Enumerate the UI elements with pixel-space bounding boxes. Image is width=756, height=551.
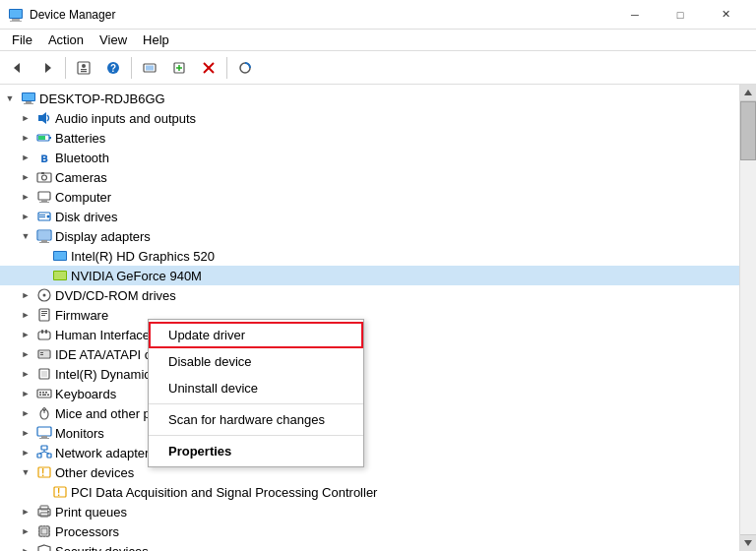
tree-monitors[interactable]: ► Monitors — [0, 423, 739, 443]
svg-rect-67 — [42, 395, 46, 397]
tree-display[interactable]: ▼ Display adapters — [0, 226, 739, 246]
expand-mice[interactable]: ► — [18, 405, 33, 421]
menu-file[interactable]: File — [4, 30, 40, 51]
camera-icon — [36, 169, 52, 185]
expand-security[interactable]: ► — [18, 543, 33, 551]
scrollbar[interactable] — [739, 85, 756, 551]
toolbar-forward[interactable] — [33, 54, 61, 82]
menu-view[interactable]: View — [92, 30, 135, 51]
expand-bluetooth[interactable]: ► — [18, 150, 33, 165]
expand-hid[interactable]: ► — [18, 327, 33, 342]
close-button[interactable]: ✕ — [703, 0, 748, 30]
expand-audio[interactable]: ► — [18, 110, 33, 126]
tree-network[interactable]: ► Network adapters — [0, 443, 739, 462]
expand-display[interactable]: ▼ — [18, 228, 33, 244]
ctx-disable-device[interactable]: Disable device — [149, 348, 363, 375]
svg-rect-68 — [47, 395, 49, 397]
tree-nvidia[interactable]: NVIDIA GeForce 940M — [0, 266, 739, 285]
tree-print[interactable]: ► Print queues — [0, 502, 739, 521]
expand-network[interactable]: ► — [18, 445, 33, 460]
expand-intel-dyn[interactable]: ► — [18, 366, 33, 382]
tree-panel[interactable]: ▼ DESKTOP-RDJB6GG ► Audio inputs and — [0, 85, 739, 551]
expand-root[interactable]: ▼ — [2, 91, 18, 106]
toolbar-back[interactable] — [4, 54, 32, 82]
scroll-thumb[interactable] — [740, 101, 756, 160]
ctx-update-driver[interactable]: Update driver — [149, 322, 363, 348]
tree-disk[interactable]: ► Disk drives — [0, 207, 739, 226]
cameras-label: Cameras — [55, 170, 107, 185]
dvd-icon — [36, 287, 52, 303]
minimize-button[interactable]: ─ — [612, 0, 658, 30]
svg-rect-66 — [39, 395, 41, 397]
expand-processors[interactable]: ► — [18, 523, 33, 539]
svg-rect-38 — [39, 216, 45, 217]
tree-audio[interactable]: ► Audio inputs and outputs — [0, 108, 739, 128]
tree-bluetooth[interactable]: ► ʙ Bluetooth — [0, 148, 739, 167]
svg-rect-26 — [49, 137, 51, 139]
expand-keyboards[interactable]: ► — [18, 386, 33, 401]
expand-firmware[interactable]: ► — [18, 307, 33, 323]
svg-text:!: ! — [41, 467, 44, 478]
svg-rect-23 — [24, 103, 33, 104]
tree-batteries[interactable]: ► Batteries — [0, 128, 739, 148]
toolbar-properties[interactable] — [70, 54, 97, 82]
disk-label: Disk drives — [55, 210, 118, 224]
expand-computer[interactable]: ► — [18, 189, 33, 205]
tree-cameras[interactable]: ► Cameras — [0, 167, 739, 187]
svg-rect-32 — [38, 192, 50, 200]
tree-processors[interactable]: ► Processors — [0, 521, 739, 541]
expand-monitors[interactable]: ► — [18, 425, 33, 441]
menu-action[interactable]: Action — [40, 30, 92, 51]
tree-computer[interactable]: ► Computer — [0, 187, 739, 207]
expand-cameras[interactable]: ► — [18, 169, 33, 185]
tree-intel-graphics[interactable]: Intel(R) HD Graphics 520 — [0, 246, 739, 266]
firmware-icon — [36, 307, 52, 323]
svg-point-48 — [43, 294, 46, 297]
tree-dvd[interactable]: ► DVD/CD-ROM drives — [0, 285, 739, 305]
tree-hid[interactable]: ► Human Interface Devices — [0, 325, 739, 344]
tree-keyboards[interactable]: ► Keyboards — [0, 384, 739, 403]
tree-ide[interactable]: ► IDE ATA/ATAPI controllers — [0, 344, 739, 364]
tree-other[interactable]: ▼ ! Other devices — [0, 462, 739, 482]
svg-rect-27 — [38, 136, 45, 140]
svg-rect-34 — [39, 202, 49, 203]
scroll-track[interactable] — [740, 101, 756, 534]
svg-rect-53 — [38, 332, 50, 339]
expand-dvd[interactable]: ► — [18, 287, 33, 303]
toolbar-sep-3 — [226, 57, 227, 79]
expand-ide[interactable]: ► — [18, 346, 33, 362]
svg-rect-52 — [41, 315, 45, 316]
toolbar-sep-2 — [131, 57, 132, 79]
toolbar-sep-1 — [65, 57, 66, 79]
ctx-properties[interactable]: Properties — [149, 438, 363, 464]
svg-rect-58 — [40, 352, 43, 353]
ctx-uninstall-device[interactable]: Uninstall device — [149, 375, 363, 401]
svg-rect-59 — [40, 354, 43, 355]
tree-pci[interactable]: ! PCI Data Acquisition and Signal Proces… — [0, 482, 739, 502]
toolbar-add[interactable] — [165, 54, 193, 82]
tree-intel-dyn[interactable]: ► Intel(R) Dynamic Platform... — [0, 364, 739, 384]
main-area: ▼ DESKTOP-RDJB6GG ► Audio inputs and — [0, 85, 756, 551]
tree-security[interactable]: ► Security devices — [0, 541, 739, 551]
maximize-button[interactable]: □ — [658, 0, 703, 30]
network-label: Network adapters — [55, 446, 156, 460]
menu-help[interactable]: Help — [135, 30, 177, 51]
svg-point-7 — [82, 64, 86, 68]
expand-print[interactable]: ► — [18, 504, 33, 520]
toolbar-device[interactable] — [136, 54, 163, 82]
scroll-up[interactable] — [740, 85, 756, 101]
bluetooth-icon: ʙ — [36, 150, 52, 165]
expand-disk[interactable]: ► — [18, 209, 33, 224]
toolbar-remove[interactable] — [195, 54, 222, 82]
svg-point-88 — [47, 511, 49, 513]
ctx-scan[interactable]: Scan for hardware changes — [149, 406, 363, 433]
expand-other[interactable]: ▼ — [18, 464, 33, 480]
expand-batteries[interactable]: ► — [18, 130, 33, 146]
tree-root[interactable]: ▼ DESKTOP-RDJB6GG — [0, 89, 739, 108]
tree-mice[interactable]: ► Mice and other pointing... — [0, 403, 739, 423]
toolbar: ? — [0, 51, 756, 85]
tree-firmware[interactable]: ► Firmware — [0, 305, 739, 325]
scroll-down[interactable] — [740, 534, 756, 551]
toolbar-scan[interactable] — [231, 54, 259, 82]
toolbar-help[interactable]: ? — [99, 54, 127, 82]
